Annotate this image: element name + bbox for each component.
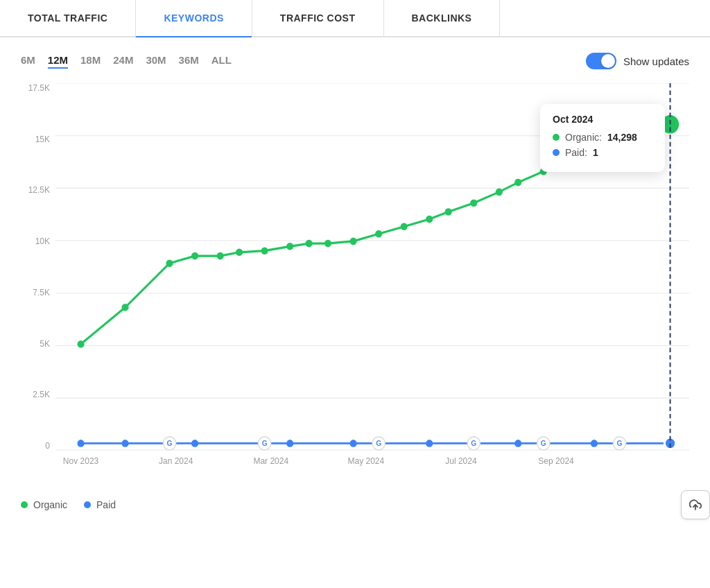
tooltip-organic-label: Organic: [565, 132, 602, 143]
tooltip-organic-dot [553, 134, 560, 141]
tooltip-organic-value: 14,298 [607, 132, 637, 143]
x-axis: Nov 2023 Jan 2024 Mar 2024 May 2024 Jul … [55, 451, 689, 485]
upload-icon [689, 499, 702, 511]
filter-36m[interactable]: 36M [179, 54, 199, 69]
filter-24m[interactable]: 24M [113, 54, 133, 69]
svg-text:G: G [262, 440, 268, 447]
svg-point-10 [191, 440, 198, 447]
y-label-10k: 10K [35, 236, 50, 246]
svg-point-22 [236, 249, 243, 257]
x-label-jul2024: Jul 2024 [445, 456, 476, 466]
time-filter-group: 6M 12M 18M 24M 30M 36M ALL [21, 54, 232, 69]
svg-text:G: G [541, 440, 546, 447]
svg-point-14 [514, 440, 521, 447]
svg-text:G: G [167, 440, 173, 447]
x-label-nov2023: Nov 2023 [63, 456, 98, 466]
svg-point-9 [121, 440, 128, 447]
show-updates-label: Show updates [623, 55, 689, 67]
tooltip-organic-row: Organic: 14,298 [553, 132, 652, 143]
x-label-mar2024: Mar 2024 [253, 456, 288, 466]
svg-point-19 [166, 259, 173, 267]
svg-point-13 [426, 440, 433, 447]
tab-backlinks[interactable]: BACKLINKS [384, 0, 501, 36]
svg-point-18 [121, 304, 128, 311]
filter-12m[interactable]: 12M [48, 54, 68, 69]
svg-point-20 [191, 252, 198, 260]
svg-point-21 [217, 252, 224, 260]
svg-point-29 [401, 223, 408, 230]
legend-paid-label: Paid [96, 499, 116, 510]
tab-traffic-cost[interactable]: TRAFFIC COST [252, 0, 384, 36]
tooltip-title: Oct 2024 [553, 114, 652, 125]
chart-container: 17.5K 15K 12.5K 10K 7.5K 5K 2.5K 0 [21, 83, 689, 485]
svg-point-17 [77, 340, 84, 348]
y-label-15k: 15K [35, 135, 50, 144]
svg-point-12 [350, 440, 357, 447]
tab-total-traffic[interactable]: TOTAL TRAFFIC [0, 0, 136, 36]
legend-organic-dot [21, 501, 28, 508]
controls-row: 6M 12M 18M 24M 30M 36M ALL Show updates [0, 37, 710, 76]
svg-point-8 [77, 440, 84, 447]
chart-svg-area: G G G G G G Oct [55, 83, 689, 451]
svg-point-25 [306, 240, 313, 248]
tooltip-paid-label: Paid: [565, 147, 587, 158]
svg-text:G: G [471, 440, 476, 447]
legend-paid-dot [84, 501, 91, 508]
svg-point-28 [375, 230, 382, 238]
y-label-175k: 17.5K [28, 83, 50, 93]
legend-organic: Organic [21, 499, 67, 510]
svg-point-32 [470, 199, 477, 207]
y-label-125k: 12.5K [28, 185, 50, 195]
x-label-sep2024: Sep 2024 [538, 456, 573, 466]
svg-text:G: G [617, 440, 623, 447]
svg-point-24 [286, 243, 293, 250]
tooltip-paid-row: Paid: 1 [553, 147, 652, 158]
svg-point-33 [496, 189, 503, 196]
filter-all[interactable]: ALL [211, 54, 232, 69]
x-label-may2024: May 2024 [348, 456, 385, 466]
svg-text:G: G [376, 440, 381, 447]
svg-point-26 [324, 240, 331, 248]
svg-point-27 [350, 238, 357, 245]
y-label-25k: 2.5K [33, 390, 50, 399]
svg-point-11 [286, 440, 293, 447]
tab-keywords[interactable]: KEYWORDS [136, 0, 252, 36]
svg-point-34 [514, 179, 521, 187]
tooltip-paid-dot [553, 149, 560, 156]
legend-paid: Paid [84, 499, 116, 510]
svg-point-15 [591, 440, 598, 447]
upload-button[interactable] [681, 490, 710, 519]
tooltip-paid-value: 1 [593, 147, 598, 158]
filter-18m[interactable]: 18M [80, 54, 101, 69]
y-label-75k: 7.5K [33, 288, 50, 297]
y-axis: 17.5K 15K 12.5K 10K 7.5K 5K 2.5K 0 [21, 83, 55, 451]
show-updates-toggle[interactable] [586, 53, 616, 69]
chart-legend: Organic Paid [0, 488, 710, 521]
x-label-jan2024: Jan 2024 [159, 456, 193, 466]
legend-organic-label: Organic [33, 499, 67, 510]
y-label-0: 0 [45, 441, 50, 451]
tab-bar: TOTAL TRAFFIC KEYWORDS TRAFFIC COST BACK… [0, 0, 710, 37]
svg-point-31 [445, 208, 452, 216]
y-label-5k: 5K [40, 339, 50, 349]
chart-tooltip: Oct 2024 Organic: 14,298 Paid: 1 [540, 104, 665, 172]
filter-6m[interactable]: 6M [21, 54, 35, 69]
show-updates-toggle-row: Show updates [586, 53, 689, 69]
filter-30m[interactable]: 30M [146, 54, 166, 69]
svg-point-30 [426, 216, 433, 223]
svg-point-23 [261, 247, 268, 254]
